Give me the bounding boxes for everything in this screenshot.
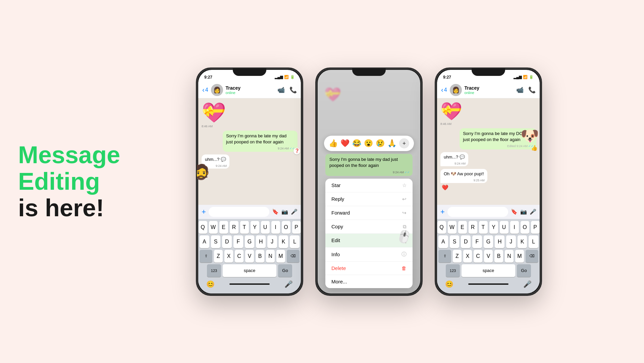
input-field-left[interactable] — [209, 207, 269, 217]
key-k-r[interactable]: K — [518, 235, 527, 248]
back-button-left[interactable]: ‹ 4 — [202, 86, 208, 94]
menu-item-star[interactable]: Star ☆ — [325, 179, 413, 192]
key-shift-r[interactable]: ⇧ — [438, 250, 451, 263]
key-w-r[interactable]: W — [448, 221, 457, 234]
key-v[interactable]: V — [245, 250, 254, 263]
key-t[interactable]: T — [240, 221, 249, 234]
key-h-r[interactable]: H — [495, 235, 504, 248]
key-o-r[interactable]: O — [521, 221, 529, 234]
key-m[interactable]: M — [276, 250, 285, 263]
key-o[interactable]: O — [282, 221, 290, 234]
key-x-r[interactable]: X — [463, 250, 472, 263]
key-g-r[interactable]: G — [484, 235, 493, 248]
sticker-icon-right[interactable]: 🔖 — [511, 209, 518, 215]
key-n[interactable]: N — [266, 250, 275, 263]
key-e[interactable]: E — [219, 221, 228, 234]
plus-icon-right[interactable]: + — [440, 208, 445, 216]
phone-icon-left[interactable]: 📞 — [289, 86, 297, 94]
key-y[interactable]: Y — [251, 221, 259, 234]
key-c[interactable]: C — [235, 250, 244, 263]
key-n-r[interactable]: N — [505, 250, 514, 263]
react-thumbs[interactable]: 👍 — [329, 139, 338, 148]
key-k[interactable]: K — [279, 235, 288, 248]
camera-icon-left[interactable]: 📷 — [281, 209, 288, 215]
home-indicator-left — [229, 283, 270, 285]
menu-item-forward[interactable]: Forward ↪ — [325, 206, 413, 220]
key-v-r[interactable]: V — [484, 250, 493, 263]
key-t-r[interactable]: T — [479, 221, 488, 234]
key-123-right[interactable]: 123 — [446, 264, 460, 277]
key-r-r[interactable]: R — [469, 221, 477, 234]
input-field-right[interactable] — [447, 207, 508, 217]
key-u-r[interactable]: U — [500, 221, 508, 234]
key-s-r[interactable]: S — [450, 235, 460, 248]
key-123-left[interactable]: 123 — [207, 264, 221, 277]
video-icon-right[interactable]: 📹 — [516, 86, 524, 94]
sticker-icon-left[interactable]: 🔖 — [272, 209, 279, 215]
plus-icon-left[interactable]: + — [202, 208, 206, 216]
key-go-left[interactable]: Go — [278, 264, 292, 277]
menu-item-delete[interactable]: Delete 🗑 — [325, 262, 413, 275]
key-d[interactable]: D — [222, 235, 232, 248]
react-wow[interactable]: 😮 — [364, 139, 373, 148]
key-b[interactable]: B — [256, 250, 264, 263]
key-y-r[interactable]: Y — [489, 221, 498, 234]
menu-item-more[interactable]: More... — [325, 275, 413, 288]
key-s[interactable]: S — [211, 235, 221, 248]
key-j[interactable]: J — [267, 235, 277, 248]
back-button-right[interactable]: ‹ 4 — [441, 86, 447, 94]
key-q-r[interactable]: Q — [437, 221, 446, 234]
key-r[interactable]: R — [230, 221, 238, 234]
key-go-right[interactable]: Go — [517, 264, 531, 277]
mic-icon-left[interactable]: 🎤 — [291, 209, 298, 215]
key-d-r[interactable]: D — [461, 235, 471, 248]
key-x[interactable]: X — [224, 250, 233, 263]
video-icon-left[interactable]: 📹 — [277, 86, 285, 94]
key-backspace-r[interactable]: ⌫ — [526, 250, 538, 263]
emoji-key-left[interactable]: 😊 — [206, 280, 215, 288]
react-more[interactable]: + — [399, 138, 409, 148]
react-heart[interactable]: ❤️ — [340, 139, 350, 148]
key-z-r[interactable]: Z — [453, 250, 462, 263]
key-c-r[interactable]: C — [474, 250, 482, 263]
key-w[interactable]: W — [209, 221, 218, 234]
back-count-right[interactable]: 4 — [444, 87, 447, 93]
key-m-r[interactable]: M — [515, 250, 524, 263]
key-b-r[interactable]: B — [494, 250, 503, 263]
key-p-r[interactable]: P — [531, 221, 540, 234]
key-shift[interactable]: ⇧ — [200, 250, 212, 263]
key-p[interactable]: P — [292, 221, 301, 234]
key-z[interactable]: Z — [214, 250, 223, 263]
mic-bottom-right[interactable]: 🎤 — [523, 280, 532, 288]
menu-item-reply[interactable]: Reply ↩ — [325, 192, 413, 206]
react-cry[interactable]: 😢 — [376, 139, 385, 148]
camera-icon-right[interactable]: 📷 — [520, 209, 527, 215]
key-l[interactable]: L — [290, 235, 300, 248]
key-a[interactable]: A — [200, 235, 209, 248]
mic-bottom-left[interactable]: 🎤 — [284, 280, 293, 288]
chevron-left-icon: ‹ — [202, 86, 205, 94]
key-q[interactable]: Q — [199, 221, 207, 234]
react-laugh[interactable]: 😂 — [352, 139, 361, 148]
key-backspace[interactable]: ⌫ — [287, 250, 300, 263]
key-i[interactable]: I — [271, 221, 280, 234]
key-e-r[interactable]: E — [458, 221, 467, 234]
key-i-r[interactable]: I — [510, 221, 519, 234]
emoji-key-right[interactable]: 😊 — [445, 280, 453, 288]
key-a-r[interactable]: A — [438, 235, 448, 248]
phone-icon-right[interactable]: 📞 — [528, 86, 536, 94]
key-j-r[interactable]: J — [506, 235, 516, 248]
question-badge: ❓ — [293, 148, 300, 154]
menu-item-info[interactable]: Info ⓘ — [325, 247, 413, 262]
mic-icon-right[interactable]: 🎤 — [530, 209, 536, 215]
key-l-r[interactable]: L — [529, 235, 538, 248]
key-u[interactable]: U — [261, 221, 270, 234]
back-count-left[interactable]: 4 — [205, 87, 208, 93]
key-space-right[interactable]: space — [462, 264, 515, 277]
react-pray[interactable]: 🙏 — [387, 139, 396, 148]
key-space-left[interactable]: space — [223, 264, 276, 277]
key-f[interactable]: F — [233, 235, 243, 248]
key-f-r[interactable]: F — [472, 235, 482, 248]
key-h[interactable]: H — [256, 235, 266, 248]
key-g[interactable]: G — [245, 235, 255, 248]
